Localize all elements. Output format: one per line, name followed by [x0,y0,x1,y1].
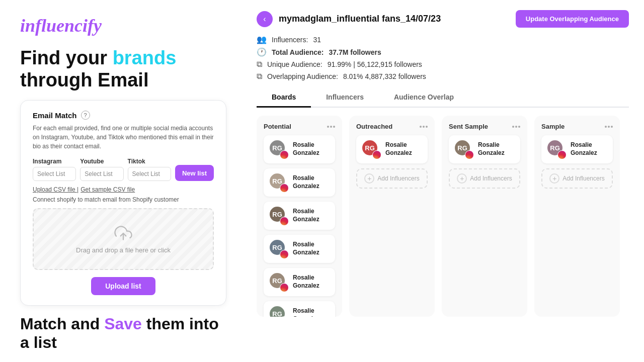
shopify-connect-text: Connect shopify to match email from Shop… [33,196,214,203]
dropzone-text: Drag and drop a file here or click [76,246,171,254]
sent-sample-title: Sent Sample [449,123,488,130]
overlap-value: 8.01% 4,887,332 followers [343,72,426,80]
footer-save: Save [104,315,142,333]
youtube-label: Youtube [80,158,123,165]
influencer-name: RosalieGonzalez [293,274,319,290]
users-icon: 👥 [257,35,267,44]
influencer-name: RosalieGonzalez [293,307,319,317]
overlap-label: Overlapping Audience: [267,72,338,80]
influencer-name: RosalieGonzalez [293,174,319,190]
card-header: Email Match ? [33,111,214,120]
copy-icon1: ⧉ [257,60,262,69]
instagram-badge [280,184,289,193]
left-panel: influencify Find your brands through Ema… [0,0,247,362]
back-title-group: ‹ mymadglam_influential fans_14/07/23 [257,11,441,27]
headline-part2: through Email [20,69,148,90]
tab-boards[interactable]: Boards [257,88,311,108]
back-button[interactable]: ‹ [257,11,273,27]
youtube-select[interactable]: Select List [80,167,123,181]
total-audience-stat: 🕐 Total Audience: 37.7M followers [257,47,629,57]
instagram-badge [280,283,289,292]
influencer-name: RosalieGonzalez [293,241,319,256]
help-icon[interactable]: ? [81,111,90,120]
headline-part1: Find your [20,47,113,68]
instagram-badge [557,150,567,159]
add-influencers-sample[interactable]: + Add Influencers [541,168,613,189]
board-potential: Potential RG RosalieGonzalez RG RosalieG… [257,116,342,317]
avatar-main: RG [269,305,286,317]
potential-menu[interactable] [327,126,335,128]
add-plus-icon: + [364,173,374,184]
update-overlapping-button[interactable]: Update Overlapping Audience [516,10,629,28]
board-sent-sample: Sent Sample RG RosalieGonzalez + Add Inf… [442,116,527,317]
sample-header: Sample [541,123,613,130]
card-description: For each email provided, find one or mul… [33,124,214,151]
instagram-badge [280,250,289,259]
avatar-stack: RG [454,139,474,159]
youtube-group: Youtube Select List [80,158,123,181]
avatar-stack: RG [361,139,381,159]
add-plus-icon: + [457,173,467,184]
add-plus-icon: + [549,173,559,184]
footer-part1: Match and [20,315,104,333]
page-title: mymadglam_influential fans_14/07/23 [279,14,441,24]
influencer-card: RG RosalieGonzalez [264,135,335,163]
logo: influencify [20,15,226,36]
instagram-select[interactable]: Select List [33,167,76,181]
avatar-stack: RG [269,172,289,193]
add-influencers-label: Add Influencers [470,175,512,182]
stats-section: 👥 Influencers: 31 🕐 Total Audience: 37.7… [257,35,629,81]
tabs-row: Boards Influencers Audience Overlap [257,88,629,108]
total-audience-label: Total Audience: [272,48,324,56]
sample-menu[interactable] [605,126,613,128]
sample-title: Sample [541,123,565,130]
clock-icon: 🕐 [257,47,267,57]
email-match-card: Email Match ? For each email provided, f… [20,100,226,306]
copy-icon2: ⧉ [257,72,262,81]
influencer-card: RG RosalieGonzalez [264,235,335,263]
tiktok-select[interactable]: Select List [128,167,171,181]
logo-text: influenci [20,16,88,36]
tab-influencers[interactable]: Influencers [311,88,379,108]
card-title: Email Match [33,111,77,120]
add-influencers-label: Add Influencers [377,175,419,182]
influencer-card: RG RosalieGonzalez [264,268,335,296]
influencer-name: RosalieGonzalez [571,141,597,157]
upload-csv-link[interactable]: Upload CSV file | [33,186,78,193]
add-influencers-label: Add Influencers [562,175,604,182]
sent-sample-menu[interactable] [512,126,520,128]
influencers-count: 31 [313,36,321,44]
influencer-name: RosalieGonzalez [385,141,412,157]
influencers-stat: 👥 Influencers: 31 [257,35,629,44]
influencer-card: RG RosalieGonzalez [264,202,335,230]
potential-title: Potential [264,123,291,130]
right-panel: ‹ mymadglam_influential fans_14/07/23 Up… [247,0,644,362]
upload-cloud-icon [114,224,132,242]
influencer-card: RG RosalieGonzalez [356,135,428,163]
influencer-card: RG RosalieGonzalez [541,135,613,163]
instagram-label: Instagram [33,158,76,165]
influencer-card: RG RosalieGonzalez [264,301,335,317]
instagram-badge [372,150,381,159]
influencer-name: RosalieGonzalez [293,141,319,157]
board-sample: Sample RG RosalieGonzalez + Add Influenc… [534,116,620,317]
new-list-button[interactable]: New list [175,165,214,181]
overlap-audience-stat: ⧉ Overlapping Audience: 8.01% 4,887,332 … [257,72,629,81]
upload-list-button[interactable]: Upload list [91,277,155,295]
outreached-menu[interactable] [420,126,428,128]
right-header: ‹ mymadglam_influential fans_14/07/23 Up… [257,10,629,28]
instagram-badge [465,150,474,159]
headline-brands: brands [113,47,177,68]
instagram-badge [280,217,289,226]
tab-audience-overlap[interactable]: Audience Overlap [379,88,469,108]
avatar-stack: RG [269,139,289,159]
avatar-stack: RG [269,272,289,292]
avatar-stack: RG [269,239,289,259]
add-influencers-sent[interactable]: + Add Influencers [449,168,520,189]
influencer-name: RosalieGonzalez [478,141,505,157]
file-dropzone[interactable]: Drag and drop a file here or click [33,208,214,270]
sample-csv-link[interactable]: Get sample CSV file [80,186,135,193]
add-influencers-outreached[interactable]: + Add Influencers [356,168,428,189]
avatar-stack: RG [546,139,567,159]
total-audience-value: 37.7M followers [329,48,381,56]
